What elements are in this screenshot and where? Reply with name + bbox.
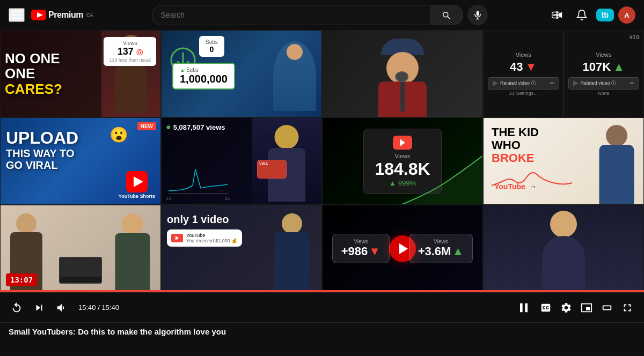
stat-box-36m: Views +3.6M ▲ [409, 234, 473, 263]
views-label: Views [109, 40, 151, 46]
video-cell-5m-views[interactable]: VISA ● 5,087,507 views 13 21 [161, 117, 322, 205]
stat-down-arrow: ▼ [369, 244, 380, 258]
volume-button[interactable] [54, 300, 70, 316]
subs-million-number: 1,000,000 [180, 73, 228, 85]
subs-card-top: Subs 0 [199, 36, 224, 57]
logo-ca-label: CA [86, 12, 93, 18]
views-badge-5m: ● 5,087,507 views [166, 122, 225, 132]
video-cell-upload-viral[interactable]: NEW UPLOAD THIS WAY TO GO VIRAL 😮 YouTub… [0, 117, 161, 205]
broke-line: BROKE [492, 152, 539, 165]
stat-number-986: +986 ▼ [341, 244, 380, 258]
related-video-btn-1[interactable]: Related video ⓘ ✏ [488, 77, 559, 90]
hamburger-menu-button[interactable] [9, 8, 25, 22]
video-cell-only-1-video[interactable]: only 1 video YouTube You received $1,000… [161, 205, 322, 292]
stat1-label: Views [516, 51, 531, 58]
replay-button[interactable] [9, 300, 25, 316]
progress-bar-container[interactable] [0, 290, 644, 292]
views-sub-text: 113 less than usual [109, 57, 151, 63]
no-one-text: NO ONE [5, 51, 62, 66]
fullscreen-icon [621, 302, 633, 314]
subs-card-million: ▲ Subs 1,000,000 [172, 63, 235, 90]
search-button[interactable] [430, 5, 463, 25]
skip-icon [33, 302, 45, 314]
cc-icon [540, 302, 552, 314]
youtube-notification-card: YouTube You received $1,000 💰 [167, 229, 242, 247]
related2-sub: None [598, 91, 610, 96]
video-cell-two-guys-laptop[interactable]: 13:07 [0, 205, 161, 292]
green-dot-icon: ● [166, 122, 171, 132]
video-cell-subs-million[interactable]: Subs 0 ▲ Subs 1,000,000 [161, 30, 322, 117]
one-text: ONE [5, 66, 62, 81]
yt-notif-message: You received $1,000 💰 [186, 238, 237, 243]
settings-button[interactable] [558, 300, 574, 316]
cares-text: CARES? [5, 81, 62, 97]
svg-marker-4 [559, 12, 562, 18]
percent-arrow-up: ▲ [389, 179, 396, 187]
hamburger-line-3 [12, 18, 21, 19]
subs-zero: 0 [206, 45, 218, 54]
search-input[interactable] [152, 5, 430, 25]
hamburger-line-1 [12, 11, 21, 12]
video-cell-views-stats[interactable]: #19 Views 43 ▼ Related video ⓘ ✏ 21 Sett… [483, 30, 644, 117]
kid-broke-heading: THE KID WHO BROKE [492, 126, 539, 165]
video-cell-stats-plus[interactable]: Views +986 ▼ Views +3.6M ▲ [322, 205, 483, 292]
theater-button[interactable] [599, 300, 615, 316]
stat2-label: Views [596, 51, 611, 58]
subs-up-arrow: ▲ [180, 67, 185, 73]
mini-chart: 13 21 [166, 159, 230, 196]
youtube-logo-text: YouTube [494, 182, 525, 191]
time-current: 15:40 [78, 303, 96, 312]
search-icon [441, 10, 451, 20]
chart-svg [166, 159, 230, 196]
stat-label-views-1: Views [341, 239, 380, 244]
green-curve-svg [402, 151, 482, 204]
views-number: 137 ⓪ [109, 46, 151, 57]
who-line: WHO [492, 139, 539, 152]
video-cell-person-talking[interactable] [483, 205, 644, 292]
stat-up-arrow: ▲ [452, 244, 464, 258]
skip-button[interactable] [31, 300, 47, 316]
pause-play-button[interactable] [514, 298, 533, 317]
clock-display: 13:07 [6, 273, 37, 286]
video-cell-184k-views[interactable]: Views 184.8K ▲ 999% [322, 117, 483, 205]
volume-icon [56, 302, 68, 314]
related-video-btn-2[interactable]: Related video ⓘ ✏ [568, 77, 640, 90]
video-cell-no-one-cares[interactable]: NO ONE ONE CARES? Views 137 ⓪ 113 less t… [0, 30, 161, 117]
video-grid: NO ONE ONE CARES? Views 137 ⓪ 113 less t… [0, 30, 644, 292]
create-icon [551, 9, 563, 21]
search-container [148, 5, 492, 25]
new-badge: NEW [137, 122, 156, 130]
play-small-icon-1 [493, 81, 498, 86]
cc-button[interactable] [538, 300, 554, 316]
video-controls: 15:40 / 15:40 [0, 292, 644, 322]
stat1-down-arrow: ▼ [525, 60, 537, 74]
yt-play-icon [393, 136, 412, 150]
mic-icon [473, 10, 482, 20]
upload-line2: THIS WAY TO [6, 147, 78, 159]
fullscreen-button[interactable] [619, 300, 635, 316]
miniplayer-button[interactable] [579, 300, 595, 316]
subs-label-top: Subs [206, 39, 218, 45]
premium-badge[interactable]: tb [596, 9, 614, 21]
notifications-button[interactable] [572, 5, 592, 25]
views-card-1: Views 137 ⓪ 113 less than usual [104, 37, 156, 66]
related1-sub: 21 Settings... [509, 91, 538, 96]
upload-line3: GO VIRAL [6, 159, 78, 171]
video-cell-kid-broke-youtube[interactable]: THE KID WHO BROKE YouTube → [483, 117, 644, 205]
header-left: PremiumCA [9, 8, 116, 22]
create-video-button[interactable] [547, 5, 567, 25]
settings-icon [560, 302, 572, 314]
yt-notif-channel: YouTube [186, 233, 237, 238]
pencil-icon-2: ✏ [630, 80, 634, 86]
video-cell-mrbeast[interactable] [322, 30, 483, 117]
yt-shorts-logo: YouTube Shorts [119, 171, 155, 199]
microphone-button[interactable] [467, 5, 488, 25]
yt-shorts-icon [126, 171, 148, 192]
only-1-video-text: only 1 video [167, 213, 229, 226]
controls-right [514, 298, 635, 317]
user-avatar[interactable]: A [618, 6, 635, 24]
upload-line1: UPLOAD [6, 129, 78, 147]
upload-emoji: 😮 [109, 126, 128, 144]
youtube-logo[interactable]: PremiumCA [31, 10, 93, 20]
bell-icon [576, 9, 588, 21]
